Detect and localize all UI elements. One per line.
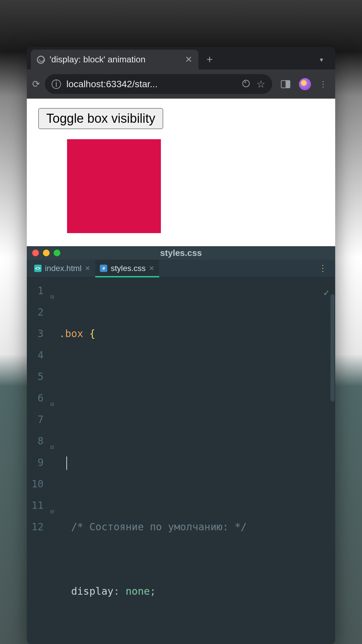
editor-filename: styles.css <box>160 248 202 258</box>
browser-tab[interactable]: 'display: block' animation ✕ <box>31 50 198 69</box>
css-file-icon: # <box>100 265 107 272</box>
close-window-icon[interactable] <box>32 250 39 256</box>
new-tab-button[interactable]: + <box>200 53 220 66</box>
maximize-window-icon[interactable] <box>54 250 60 256</box>
url-text: localhost:63342/star... <box>66 79 237 90</box>
close-icon[interactable]: ✕ <box>149 264 155 272</box>
editor-tabs: <> index.html ✕ # styles.css ✕ ⋮ <box>27 260 335 277</box>
editor-tab-index-html[interactable]: <> index.html ✕ <box>29 260 95 277</box>
fold-icon[interactable]: ⊟ <box>50 286 54 308</box>
reload-icon[interactable]: ⟳ <box>32 78 40 90</box>
tab-title: 'display: block' animation <box>50 54 180 65</box>
address-bar[interactable]: i localhost:63342/star... ☆ <box>45 74 272 94</box>
code-lines[interactable]: .box { /* Состояние по умолчанию: */ dis… <box>59 280 335 644</box>
demo-box <box>67 139 161 233</box>
editor-tab-styles-css[interactable]: # styles.css ✕ <box>95 260 159 277</box>
html-file-icon: <> <box>34 265 42 272</box>
side-panel-icon[interactable] <box>281 80 290 88</box>
fold-icon[interactable]: ⊟ <box>50 501 54 522</box>
site-info-icon[interactable]: i <box>52 79 61 89</box>
minimize-window-icon[interactable] <box>43 250 50 256</box>
browser-toolbar: ⟳ i localhost:63342/star... ☆ ⋮ <box>27 69 335 99</box>
globe-icon <box>37 56 45 64</box>
fold-icon[interactable]: ⊟ <box>50 393 54 415</box>
browser-menu-icon[interactable]: ⋮ <box>316 79 330 89</box>
line-gutter: 1 2 3 4 5 6 7 8 9 10 11 12 <box>27 280 50 644</box>
text-cursor <box>66 457 67 470</box>
browser-chrome: 'display: block' animation ✕ + ▾ ⟳ i loc… <box>27 47 335 99</box>
code-editor: styles.css <> index.html ✕ # styles.css … <box>27 246 335 644</box>
page-content: Toggle box visibility <box>27 99 335 246</box>
window-controls <box>32 250 60 256</box>
close-icon[interactable]: ✕ <box>85 264 90 272</box>
editor-tab-label: index.html <box>45 264 81 273</box>
close-icon[interactable]: ✕ <box>185 54 192 65</box>
fold-column: ⊟ ⊟ ⊟ ⊟ <box>50 280 59 644</box>
toggle-visibility-button[interactable]: Toggle box visibility <box>38 108 163 129</box>
zoom-icon[interactable] <box>242 80 251 89</box>
code-area[interactable]: ✓ 1 2 3 4 5 6 7 8 9 10 11 12 ⊟ ⊟ ⊟ ⊟ <box>27 277 335 644</box>
tab-strip: 'display: block' animation ✕ + ▾ <box>27 47 335 69</box>
tabs-dropdown-icon[interactable]: ▾ <box>312 53 331 66</box>
bookmark-star-icon[interactable]: ☆ <box>256 78 265 90</box>
editor-titlebar: styles.css <box>27 246 335 260</box>
profile-avatar[interactable] <box>299 78 311 90</box>
editor-tab-label: styles.css <box>111 264 145 273</box>
fold-icon[interactable]: ⊟ <box>50 436 54 458</box>
editor-menu-icon[interactable]: ⋮ <box>313 263 333 274</box>
